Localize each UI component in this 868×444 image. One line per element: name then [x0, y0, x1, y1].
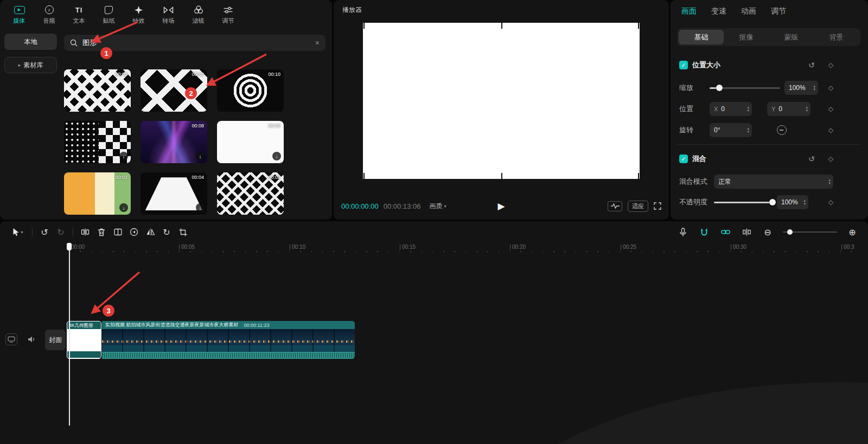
opacity-slider[interactable] — [714, 202, 773, 203]
material-thumbnail-white-frame[interactable]: 00:05 ↓ — [217, 121, 284, 163]
download-icon[interactable]: ↓ — [119, 152, 128, 160]
stepper-icons[interactable]: ▴▾ — [813, 85, 815, 91]
zoom-in-button[interactable]: ⊕ — [844, 225, 860, 239]
magnet-snap-toggle[interactable] — [696, 225, 712, 239]
rotate-button[interactable]: ↻ — [158, 225, 175, 239]
selection-handle[interactable] — [501, 23, 502, 29]
scale-value-field[interactable]: 100% ▴▾ — [784, 81, 818, 95]
scale-slider[interactable] — [710, 87, 780, 89]
timeline-ruler[interactable]: 00:00 00:05 00:10 00:15 00:20 00:25 00:3… — [0, 243, 868, 254]
subtab-keying[interactable]: 抠像 — [724, 30, 769, 44]
subtab-background[interactable]: 背景 — [814, 30, 859, 44]
stepper-icons[interactable]: ▴▾ — [747, 127, 749, 133]
tab-picture[interactable]: 画面 — [681, 7, 697, 16]
stepper-icons[interactable]: ▴▾ — [803, 199, 806, 205]
sidebar-item-local[interactable]: 本地 — [4, 34, 57, 50]
mirror-button[interactable] — [142, 225, 158, 239]
split-button[interactable] — [77, 225, 93, 239]
selection-handle[interactable] — [638, 173, 639, 179]
keyframe-icon[interactable]: ◇ — [828, 105, 833, 113]
sidebar-item-library[interactable]: ▸ 素材库 — [4, 57, 57, 73]
material-thumbnail-x-lattice[interactable]: 00:02 — [141, 69, 207, 112]
stepper-icons[interactable]: ▴▾ — [747, 106, 749, 112]
blend-mode-dropdown[interactable]: 正常 ▴▾ — [714, 175, 833, 189]
record-voiceover-button[interactable] — [675, 225, 691, 239]
rotate-dial[interactable] — [777, 125, 787, 135]
zoom-slider-knob[interactable] — [787, 229, 793, 235]
fullscreen-icon[interactable] — [654, 202, 661, 210]
opacity-slider-knob[interactable] — [769, 199, 776, 205]
reset-icon[interactable]: ↺ — [808, 61, 815, 69]
download-icon[interactable]: ↓ — [196, 152, 205, 160]
redo-button[interactable]: ↻ — [53, 225, 69, 239]
play-button[interactable]: ▶ — [497, 201, 505, 212]
position-x-field[interactable]: X 0 ▴▾ — [710, 102, 752, 116]
freeze-frame-button[interactable] — [110, 225, 126, 239]
nav-tab-media[interactable]: ▶ 媒体 — [7, 2, 32, 27]
clip-filmstrip — [102, 329, 355, 352]
material-thumbnail-perspective-dots[interactable]: ↓ — [64, 121, 131, 163]
select-tool-dropdown[interactable]: ▾ — [8, 225, 28, 239]
zoom-out-button[interactable]: ⊖ — [760, 225, 776, 239]
crop-button[interactable] — [175, 225, 191, 239]
nav-tab-text[interactable]: TI 文本 — [66, 2, 92, 27]
selection-handle[interactable] — [363, 23, 365, 29]
nav-tab-transition[interactable]: 转场 — [156, 2, 181, 27]
material-thumbnail-circles[interactable]: 00:10 — [217, 69, 284, 112]
undo-button[interactable]: ↺ — [36, 225, 53, 239]
material-thumbnail-trapezoid[interactable]: 00:04 ↓ — [141, 172, 207, 215]
playhead[interactable] — [66, 243, 72, 424]
opacity-value-field[interactable]: 100% ▴▾ — [777, 195, 808, 209]
material-thumbnail-color-blocks[interactable]: 00:02 ↓ — [64, 172, 131, 215]
tab-animation[interactable]: 动画 — [741, 7, 756, 16]
timeline-zoom-slider[interactable] — [783, 231, 837, 233]
tab-adjust[interactable]: 调节 — [771, 7, 786, 16]
clip-audio-waveform — [102, 352, 355, 359]
stepper-icons[interactable]: ▴▾ — [828, 178, 831, 185]
keyframe-icon[interactable]: ◇ — [828, 126, 833, 134]
subtab-mask[interactable]: 蒙版 — [769, 30, 814, 44]
material-thumbnail-plaid[interactable]: 00:02 — [217, 172, 284, 215]
nav-tab-audio[interactable]: ♪ 音频 — [36, 2, 62, 27]
selection-handle[interactable] — [638, 23, 639, 29]
reset-icon[interactable]: ↺ — [808, 155, 815, 163]
tab-speed[interactable]: 变速 — [711, 7, 726, 16]
scale-slider-knob[interactable] — [716, 85, 723, 91]
nav-tab-effects[interactable]: 特效 — [126, 2, 151, 27]
keyframe-icon[interactable]: ◇ — [828, 61, 833, 69]
timeline-clip-video[interactable]: 实拍视频 航拍城市风景街道道路交通夜景夜景城市夜大桥素材 00:00:11:23 — [102, 321, 355, 359]
keyframe-icon[interactable]: ◇ — [828, 198, 833, 206]
linkage-toggle[interactable] — [717, 225, 733, 239]
delete-button[interactable] — [93, 225, 110, 239]
subtab-basic[interactable]: 基础 — [679, 30, 724, 44]
material-thumbnail-diamond-lattice[interactable]: 00:03 — [64, 69, 131, 112]
position-y-field[interactable]: Y 0 ▴▾ — [767, 102, 810, 116]
position-size-checkbox[interactable]: ✓ — [679, 61, 688, 69]
nav-tab-filter[interactable]: 滤镜 — [186, 2, 211, 27]
download-icon[interactable]: ↓ — [196, 203, 205, 212]
download-icon[interactable]: ↓ — [272, 152, 281, 160]
selection-handle[interactable] — [501, 173, 502, 179]
playhead-handle[interactable] — [67, 243, 72, 250]
download-icon[interactable]: ↓ — [119, 203, 128, 212]
fit-button[interactable]: 适应 — [628, 201, 648, 212]
track-mute-toggle[interactable] — [27, 335, 37, 344]
material-thumbnail-stage-lights[interactable]: 00:08 ↓ — [141, 121, 207, 163]
render-preview-icon[interactable] — [608, 201, 622, 211]
preview-canvas[interactable] — [363, 23, 640, 179]
reverse-button[interactable] — [126, 225, 142, 239]
track-display-toggle[interactable] — [5, 333, 17, 345]
clear-search-icon[interactable]: × — [315, 38, 320, 47]
preview-axis-toggle[interactable] — [738, 225, 755, 239]
nav-tab-sticker[interactable]: 贴纸 — [96, 2, 122, 27]
keyframe-icon[interactable]: ◇ — [828, 84, 833, 92]
opacity-row: 不透明度 100% ▴▾ ◇ — [679, 195, 833, 210]
quality-dropdown[interactable]: 画质 ▾ — [429, 202, 446, 211]
nav-tab-adjust[interactable]: 调节 — [215, 2, 241, 27]
keyframe-icon[interactable]: ◇ — [828, 155, 833, 163]
blend-checkbox[interactable]: ✓ — [679, 155, 688, 163]
stepper-icons[interactable]: ▴▾ — [806, 106, 808, 112]
selection-handle[interactable] — [363, 173, 365, 179]
cover-button[interactable]: 封面 — [45, 330, 66, 350]
rotate-value-field[interactable]: 0° ▴▾ — [710, 123, 752, 137]
